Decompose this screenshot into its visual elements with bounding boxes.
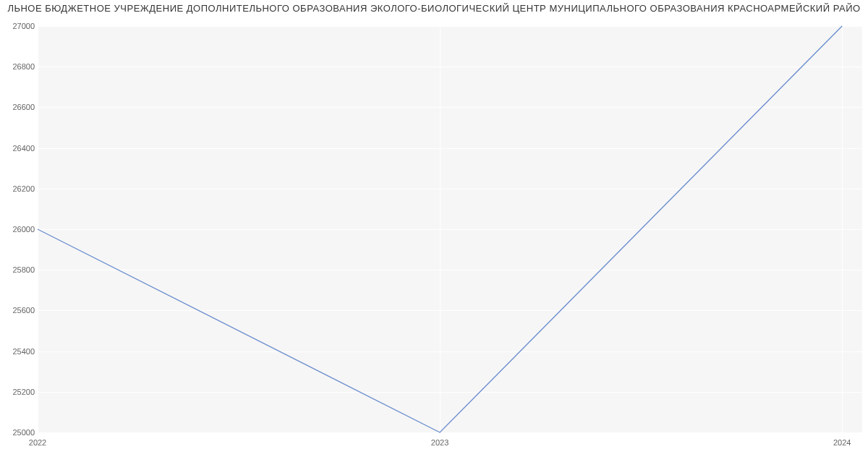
y-tick-label: 26600 [3,103,35,111]
y-tick-label: 25000 [3,428,35,437]
x-tick-label: 2022 [29,438,46,447]
plot-region [38,26,862,432]
y-tick-label: 26200 [3,184,35,193]
y-tick-label: 26000 [3,225,35,234]
line-series [38,26,862,432]
x-tick-label: 2024 [833,438,851,447]
y-tick-label: 26400 [3,144,35,153]
chart-area: 2500025200254002560025800260002620026400… [0,17,868,466]
y-tick-label: 25200 [3,388,35,396]
x-tick-label: 2023 [431,438,448,447]
y-tick-label: 25400 [3,347,35,356]
y-tick-label: 27000 [3,22,35,30]
y-tick-label: 25800 [3,265,35,274]
y-tick-label: 26800 [3,62,35,71]
chart-title: ЛЬНОЕ БЮДЖЕТНОЕ УЧРЕЖДЕНИЕ ДОПОЛНИТЕЛЬНО… [0,3,868,14]
y-tick-label: 25600 [3,306,35,315]
hgrid-line [38,432,862,433]
